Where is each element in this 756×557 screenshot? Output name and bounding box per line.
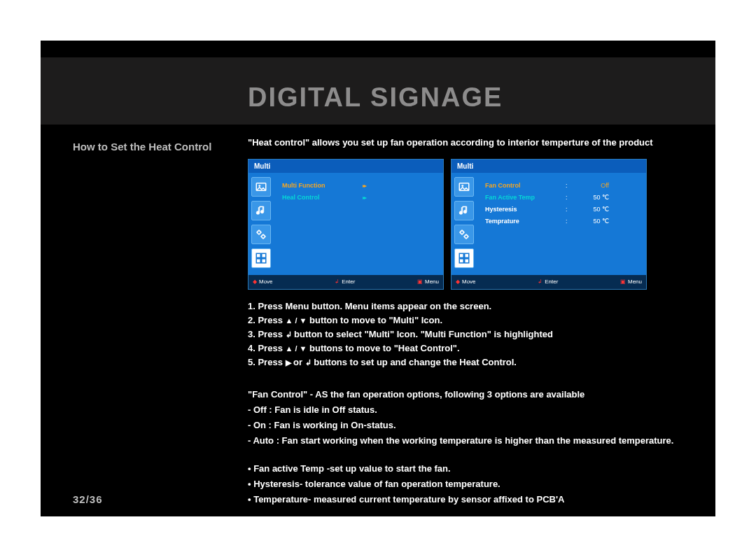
osd-title: Multi — [451, 160, 646, 173]
osd-sep: : — [566, 218, 574, 225]
osd-row-value: 50 ℃ — [574, 218, 609, 225]
settings-icon — [251, 225, 271, 244]
osd-footer: ◆Move ↲Enter ▣Menu — [248, 275, 443, 289]
settings-icon — [454, 225, 474, 244]
osd-row-label: Heal Control — [282, 194, 363, 201]
header-band: DIGITAL SIGNAGE — [41, 57, 715, 125]
instruction-steps: 1. Press Menu button. Menu items appear … — [248, 299, 696, 370]
intro-text: "Heat control" allows you set up fan ope… — [248, 137, 696, 149]
menu-icon: ▣ — [417, 278, 423, 285]
osd-row-value: 50 ℃ — [574, 194, 609, 201]
osd-row-label: Fan Active Temp — [485, 194, 566, 201]
osd-title: Multi — [248, 160, 443, 173]
step-3: 3. Press ↲ button to select "Multi" Icon… — [248, 327, 696, 341]
diamond-icon: ◆ — [456, 278, 460, 285]
enter-icon: ↲ — [305, 358, 312, 367]
svg-rect-5 — [262, 253, 266, 258]
content-area: "Heat control" allows you set up fan ope… — [248, 137, 696, 507]
multi-icon — [251, 248, 271, 268]
osd-row: Fan Active Temp : 50 ℃ — [485, 192, 638, 204]
section-heading: How to Set the Heat Control — [73, 140, 220, 154]
osd-row-label: Multi Function — [282, 182, 363, 189]
arrow-icon: ▸▸ — [363, 195, 365, 201]
osd-row-label: Temprature — [485, 218, 566, 225]
manual-page: DIGITAL SIGNAGE How to Set the Heat Cont… — [41, 41, 715, 516]
screenshot-row: Multi Multi Function ▸▸ H — [248, 159, 696, 290]
osd-row: Temprature : 50 ℃ — [485, 216, 638, 227]
svg-point-11 — [465, 235, 468, 239]
footer-menu: ▣Menu — [620, 278, 642, 285]
page-number: 32/36 — [73, 493, 103, 505]
footer-move: ◆Move — [253, 278, 273, 285]
bullet-1: • Fan active Temp -set up value to start… — [248, 461, 696, 477]
osd-menu: Fan Control : Off Fan Active Temp : 50 ℃… — [477, 173, 646, 275]
fan-control-section: "Fan Control" - AS the fan operation opt… — [248, 387, 696, 449]
up-down-icon: ▲ / ▼ — [286, 316, 307, 325]
menu-icon: ▣ — [620, 278, 626, 285]
svg-rect-4 — [256, 253, 260, 258]
osd-body: Multi Function ▸▸ Heal Control ▸▸ — [248, 173, 443, 275]
svg-point-3 — [262, 235, 265, 239]
up-down-icon: ▲ / ▼ — [286, 344, 307, 353]
osd-row: Fan Control : Off — [485, 180, 638, 192]
svg-rect-12 — [459, 253, 463, 258]
step-1: 1. Press Menu button. Menu items appear … — [248, 299, 696, 313]
footer-move: ◆Move — [456, 278, 476, 285]
svg-point-1 — [259, 185, 260, 186]
step-2: 2. Press ▲ / ▼ button to move to "Multi"… — [248, 313, 696, 327]
osd-row: Multi Function ▸▸ — [282, 180, 435, 192]
osd-row: Heal Control ▸▸ — [282, 192, 435, 204]
fan-on: - On : Fan is working in On-status. — [248, 418, 696, 433]
osd-screenshot-multi: Multi Multi Function ▸▸ H — [248, 159, 444, 290]
osd-sep: : — [566, 206, 574, 213]
arrow-icon: ▸▸ — [363, 183, 365, 189]
osd-row: Hysteresis : 50 ℃ — [485, 204, 638, 216]
osd-sep: : — [566, 194, 574, 201]
bullet-section: • Fan active Temp -set up value to start… — [248, 461, 696, 507]
svg-rect-7 — [262, 259, 266, 263]
sound-icon — [454, 201, 474, 220]
right-icon: ▶ — [286, 358, 291, 367]
footer-menu: ▣Menu — [417, 278, 439, 285]
osd-body: Fan Control : Off Fan Active Temp : 50 ℃… — [451, 173, 646, 275]
svg-rect-13 — [465, 253, 469, 258]
fan-heading: "Fan Control" - AS the fan operation opt… — [248, 387, 696, 402]
osd-row-label: Fan Control — [485, 182, 566, 189]
header-title: DIGITAL SIGNAGE — [248, 83, 503, 113]
svg-point-2 — [258, 231, 261, 234]
osd-sep: : — [566, 182, 574, 189]
svg-point-9 — [462, 185, 463, 186]
picture-icon — [251, 177, 271, 197]
osd-row-value: 50 ℃ — [574, 206, 609, 213]
svg-rect-14 — [459, 259, 463, 263]
step-5: 5. Press ▶ or ↲ buttons to set up and ch… — [248, 355, 696, 369]
bullet-2: • Hysteresis- tolerance value of fan ope… — [248, 477, 696, 492]
osd-icon-rail — [248, 173, 274, 275]
osd-icon-rail — [451, 173, 477, 275]
sound-icon — [251, 201, 271, 220]
fan-auto: - Auto : Fan start working when the work… — [248, 433, 696, 449]
fan-off: - Off : Fan is idle in Off status. — [248, 402, 696, 418]
picture-icon — [454, 177, 474, 197]
osd-screenshot-fan: Multi Fan Control : Off — [451, 159, 647, 290]
svg-rect-15 — [465, 259, 469, 263]
multi-icon — [454, 248, 474, 268]
osd-row-label: Hysteresis — [485, 206, 566, 213]
osd-footer: ◆Move ↲Enter ▣Menu — [451, 275, 646, 289]
enter-icon: ↲ — [335, 278, 340, 285]
enter-icon: ↲ — [286, 330, 292, 339]
svg-rect-6 — [256, 259, 260, 263]
footer-enter: ↲Enter — [538, 278, 558, 285]
step-4: 4. Press ▲ / ▼ buttons to move to "Heat … — [248, 341, 696, 355]
osd-menu: Multi Function ▸▸ Heal Control ▸▸ — [274, 173, 443, 275]
osd-row-value: Off — [574, 182, 609, 189]
svg-point-10 — [461, 231, 464, 234]
diamond-icon: ◆ — [253, 278, 257, 285]
enter-icon: ↲ — [538, 278, 542, 285]
bullet-3: • Temperature- measured current temperat… — [248, 492, 696, 507]
footer-enter: ↲Enter — [335, 278, 355, 285]
